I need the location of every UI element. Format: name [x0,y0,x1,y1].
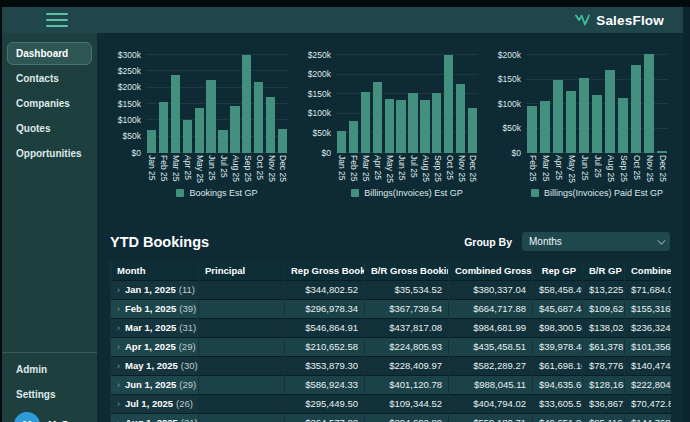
value-cell: $94,635.66 [533,375,583,394]
value-cell: $344,802.52 [285,280,365,299]
expand-row-icon[interactable]: › [117,380,120,390]
value-cell: $210,652.58 [285,337,365,356]
legend-label: Billings(Invoices) Est GP [364,188,463,198]
charts-row: $0$50k$100k$150k$200k$250k$300k Jan 25Fe… [110,55,680,198]
value-cell: $586,924.33 [285,375,365,394]
x-axis-tick-label: Dec 25 [279,155,288,182]
bar [195,108,204,153]
value-cell: $61,698.10 [533,356,583,375]
value-cell: $78,776.40 [583,356,625,375]
sidebar-item-contacts[interactable]: Contacts [7,67,92,90]
legend-swatch-icon [176,189,184,197]
bar [147,130,156,153]
value-cell: $109,344.52 [365,394,449,413]
bar [605,70,615,153]
y-axis-tick-label: $50k [123,132,141,141]
table-row[interactable]: ›Aug 1, 2025(31)$264,577.82$294,602.89$5… [111,413,671,422]
sidebar-item-admin[interactable]: Admin [2,357,97,382]
column-header-month[interactable]: Month [111,261,199,280]
value-cell: $61,378.30 [583,337,625,356]
sidebar-item-companies[interactable]: Companies [7,92,92,115]
value-cell: $222,804.46 [625,375,671,394]
value-cell: $70,472.86 [625,394,671,413]
value-cell: $58,458.49 [533,280,583,299]
scrollbar[interactable] [683,7,690,422]
table-row[interactable]: ›Mar 1, 2025(31)$546,864.91$437,817.08$9… [111,318,671,337]
principal-cell [199,375,285,394]
month-cell: ›Jan 1, 2025(11) [111,280,199,299]
value-cell: $128,168.80 [583,375,625,394]
principal-cell [199,299,285,318]
x-axis-tick-label: Mar 25 [361,155,370,181]
avatar[interactable]: M [14,412,40,422]
sidebar-item-dashboard[interactable]: Dashboard [7,42,92,65]
user-profile[interactable]: M M D [2,407,97,422]
month-label: Aug 1, 2025 [125,417,178,422]
x-axis-tick-label: Oct 25 [632,155,641,180]
principal-cell [199,280,285,299]
y-axis-tick-label: $250k [308,51,331,60]
legend-label: Billings(Invoices) Paid Est GP [544,188,663,198]
x-axis-tick-label: Feb 25 [349,155,358,181]
sidebar-item-settings[interactable]: Settings [2,382,97,407]
value-cell: $39,978.48 [533,337,583,356]
x-axis-tick-label: Sep 25 [243,155,252,182]
table-row[interactable]: ›Jan 1, 2025(11)$344,802.52$35,534.52$38… [111,280,671,299]
y-axis-tick-label: $150k [118,100,141,109]
value-cell: $138,024.23 [583,318,625,337]
legend-swatch-icon [351,189,359,197]
month-label: May 1, 2025 [125,360,178,371]
hamburger-menu-icon[interactable] [46,13,68,27]
bar [631,65,641,153]
month-label: Mar 1, 2025 [125,322,176,333]
month-cell: ›Jul 1, 2025(26) [111,394,199,413]
sidebar-item-quotes[interactable]: Quotes [7,117,92,140]
principal-cell [199,394,285,413]
bar [579,78,589,153]
column-header-combined[interactable]: Combined ... [625,261,671,280]
x-axis-tick-label: Apr 25 [183,155,192,180]
expand-row-icon[interactable]: › [117,304,120,314]
group-by-select[interactable]: Months [522,232,670,251]
value-cell: $228,409.97 [365,356,449,375]
expand-row-icon[interactable]: › [117,418,120,422]
month-cell: ›Feb 1, 2025(39) [111,299,199,318]
y-axis: $0$50k$100k$150k$200k$250k [300,55,336,153]
bar [420,100,429,153]
column-header-rep-gross-bookings[interactable]: Rep Gross Bookings [285,261,365,280]
ytd-bookings-section: YTD Bookings Group By Months MonthP [110,232,680,422]
y-axis-tick-label: $300k [118,51,141,60]
row-count-badge: (39) [179,303,196,314]
column-header-principal[interactable]: Principal [199,261,285,280]
bar [278,129,287,153]
bar [218,130,227,153]
x-axis-tick-label: Jun 25 [207,155,216,181]
expand-row-icon[interactable]: › [117,361,120,371]
bar-chart-billings-est-gp: $0$50k$100k$150k$200k$250k Jan 25Feb 25M… [300,55,490,198]
y-axis-tick-label: $0 [322,149,331,158]
column-header-b-r-gp[interactable]: B/R GP [583,261,625,280]
salesflow-logo-icon [575,14,590,26]
table-row[interactable]: ›Jun 1, 2025(29)$586,924.33$401,120.78$9… [111,375,671,394]
x-axis-tick-label: Jul 25 [409,155,418,178]
expand-row-icon[interactable]: › [117,285,120,295]
column-header-rep-gp[interactable]: Rep GP [533,261,583,280]
bar-chart-billings-paid-est-gp: $0$50k$100k$150k$200k Feb 25Mar 25Apr 25… [490,55,680,198]
expand-row-icon[interactable]: › [117,323,120,333]
month-label: Apr 1, 2025 [125,341,176,352]
x-axis-tick-label: Oct 25 [445,155,454,180]
legend-swatch-icon [531,189,539,197]
table-row[interactable]: ›May 1, 2025(30)$353,879.30$228,409.97$5… [111,356,671,375]
x-axis: Jan 25Feb 25Mar 25Apr 25May 25Jun 25Jul … [336,155,478,186]
expand-row-icon[interactable]: › [117,342,120,352]
group-by-value: Months [529,236,562,247]
expand-row-icon[interactable]: › [117,399,120,409]
column-header-combined-gross-boo[interactable]: Combined Gross Boo... [449,261,533,280]
month-cell: ›Mar 1, 2025(31) [111,318,199,337]
table-row[interactable]: ›Apr 1, 2025(29)$210,652.58$224,805.93$4… [111,337,671,356]
table-row[interactable]: ›Feb 1, 2025(39)$296,978.34$367,739.54$6… [111,299,671,318]
table-row[interactable]: ›Jul 1, 2025(26)$295,449.50$109,344.52$4… [111,394,671,413]
sidebar-item-opportunities[interactable]: Opportunities [7,142,92,165]
x-axis-tick-label: Dec 25 [658,155,667,182]
column-header-b-r-gross-bookings[interactable]: B/R Gross Bookings [365,261,449,280]
